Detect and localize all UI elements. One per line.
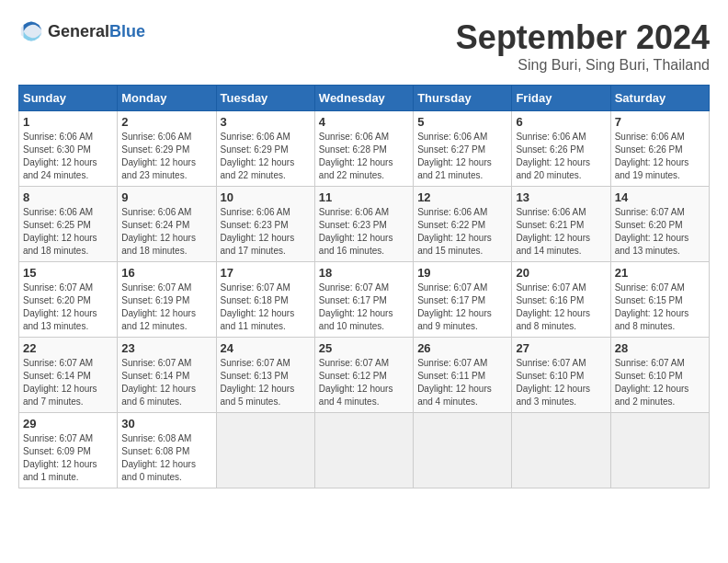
day-info: Sunrise: 6:07 AMSunset: 6:17 PMDaylight:…	[417, 282, 507, 333]
day-info: Sunrise: 6:07 AMSunset: 6:18 PMDaylight:…	[221, 282, 311, 333]
day-info: Sunrise: 6:06 AMSunset: 6:23 PMDaylight:…	[221, 206, 311, 258]
day-info: Sunrise: 6:07 AMSunset: 6:12 PMDaylight:…	[319, 357, 409, 408]
day-number: 27	[516, 341, 606, 355]
table-row	[610, 413, 709, 488]
table-row: 19Sunrise: 6:07 AMSunset: 6:17 PMDayligh…	[414, 262, 512, 338]
month-title: September 2024	[456, 18, 710, 57]
day-number: 10	[221, 190, 311, 204]
table-row: 6Sunrise: 6:06 AMSunset: 6:26 PMDaylight…	[512, 111, 610, 187]
header-thursday: Thursday	[414, 86, 512, 111]
day-info: Sunrise: 6:07 AMSunset: 6:09 PMDaylight:…	[23, 432, 113, 484]
table-row: 8Sunrise: 6:06 AMSunset: 6:25 PMDaylight…	[19, 187, 118, 262]
day-number: 9	[121, 190, 211, 204]
logo-text: GeneralBlue	[48, 22, 145, 41]
day-info: Sunrise: 6:07 AMSunset: 6:19 PMDaylight:…	[121, 282, 211, 333]
day-info: Sunrise: 6:07 AMSunset: 6:14 PMDaylight:…	[121, 357, 211, 408]
title-area: September 2024 Sing Buri, Sing Buri, Tha…	[456, 18, 710, 74]
table-row: 23Sunrise: 6:07 AMSunset: 6:14 PMDayligh…	[118, 338, 216, 413]
day-info: Sunrise: 6:06 AMSunset: 6:25 PMDaylight:…	[23, 206, 113, 258]
table-row	[314, 413, 413, 488]
day-info: Sunrise: 6:06 AMSunset: 6:29 PMDaylight:…	[121, 131, 211, 182]
table-row: 1Sunrise: 6:06 AMSunset: 6:30 PMDaylight…	[19, 111, 118, 187]
calendar-row: 29Sunrise: 6:07 AMSunset: 6:09 PMDayligh…	[19, 413, 710, 488]
table-row: 3Sunrise: 6:06 AMSunset: 6:29 PMDaylight…	[216, 111, 314, 187]
day-number: 7	[615, 115, 705, 129]
table-row: 25Sunrise: 6:07 AMSunset: 6:12 PMDayligh…	[314, 338, 413, 413]
day-number: 16	[121, 266, 211, 280]
header-monday: Monday	[118, 86, 216, 111]
logo-icon	[18, 18, 44, 44]
day-info: Sunrise: 6:06 AMSunset: 6:21 PMDaylight:…	[516, 206, 606, 258]
day-number: 18	[319, 266, 409, 280]
table-row	[414, 413, 512, 488]
day-number: 22	[23, 341, 113, 355]
header-tuesday: Tuesday	[216, 86, 314, 111]
calendar-table: Sunday Monday Tuesday Wednesday Thursday…	[18, 85, 710, 488]
header-wednesday: Wednesday	[314, 86, 413, 111]
table-row	[512, 413, 610, 488]
table-row: 11Sunrise: 6:06 AMSunset: 6:23 PMDayligh…	[314, 187, 413, 262]
day-number: 26	[417, 341, 507, 355]
day-number: 17	[221, 266, 311, 280]
day-number: 21	[615, 266, 705, 280]
logo: GeneralBlue	[18, 18, 145, 44]
day-info: Sunrise: 6:06 AMSunset: 6:28 PMDaylight:…	[319, 131, 409, 182]
table-row: 10Sunrise: 6:06 AMSunset: 6:23 PMDayligh…	[216, 187, 314, 262]
day-number: 3	[221, 115, 311, 129]
day-number: 14	[615, 190, 705, 204]
table-row: 20Sunrise: 6:07 AMSunset: 6:16 PMDayligh…	[512, 262, 610, 338]
location-title: Sing Buri, Sing Buri, Thailand	[456, 57, 710, 74]
day-info: Sunrise: 6:07 AMSunset: 6:13 PMDaylight:…	[221, 357, 311, 408]
logo-blue: Blue	[109, 22, 145, 40]
table-row: 12Sunrise: 6:06 AMSunset: 6:22 PMDayligh…	[414, 187, 512, 262]
table-row: 15Sunrise: 6:07 AMSunset: 6:20 PMDayligh…	[19, 262, 118, 338]
day-number: 6	[516, 115, 606, 129]
day-number: 2	[121, 115, 211, 129]
day-info: Sunrise: 6:07 AMSunset: 6:17 PMDaylight:…	[319, 282, 409, 333]
day-info: Sunrise: 6:07 AMSunset: 6:11 PMDaylight:…	[417, 357, 507, 408]
day-number: 12	[417, 190, 507, 204]
table-row: 21Sunrise: 6:07 AMSunset: 6:15 PMDayligh…	[610, 262, 709, 338]
day-number: 8	[23, 190, 113, 204]
day-number: 4	[319, 115, 409, 129]
day-info: Sunrise: 6:06 AMSunset: 6:27 PMDaylight:…	[417, 131, 507, 182]
table-row: 17Sunrise: 6:07 AMSunset: 6:18 PMDayligh…	[216, 262, 314, 338]
day-info: Sunrise: 6:07 AMSunset: 6:20 PMDaylight:…	[23, 282, 113, 333]
calendar-row: 15Sunrise: 6:07 AMSunset: 6:20 PMDayligh…	[19, 262, 710, 338]
day-number: 24	[221, 341, 311, 355]
day-number: 23	[121, 341, 211, 355]
day-info: Sunrise: 6:06 AMSunset: 6:29 PMDaylight:…	[221, 131, 311, 182]
day-info: Sunrise: 6:06 AMSunset: 6:30 PMDaylight:…	[23, 131, 113, 182]
table-row	[216, 413, 314, 488]
calendar-row: 22Sunrise: 6:07 AMSunset: 6:14 PMDayligh…	[19, 338, 710, 413]
day-info: Sunrise: 6:06 AMSunset: 6:24 PMDaylight:…	[121, 206, 211, 258]
day-info: Sunrise: 6:06 AMSunset: 6:23 PMDaylight:…	[319, 206, 409, 258]
day-info: Sunrise: 6:08 AMSunset: 6:08 PMDaylight:…	[121, 432, 211, 484]
table-row: 24Sunrise: 6:07 AMSunset: 6:13 PMDayligh…	[216, 338, 314, 413]
day-number: 20	[516, 266, 606, 280]
header-sunday: Sunday	[19, 86, 118, 111]
table-row: 2Sunrise: 6:06 AMSunset: 6:29 PMDaylight…	[118, 111, 216, 187]
table-row: 4Sunrise: 6:06 AMSunset: 6:28 PMDaylight…	[314, 111, 413, 187]
day-info: Sunrise: 6:06 AMSunset: 6:22 PMDaylight:…	[417, 206, 507, 258]
table-row: 27Sunrise: 6:07 AMSunset: 6:10 PMDayligh…	[512, 338, 610, 413]
table-row: 13Sunrise: 6:06 AMSunset: 6:21 PMDayligh…	[512, 187, 610, 262]
logo-general: General	[48, 22, 109, 40]
table-row: 30Sunrise: 6:08 AMSunset: 6:08 PMDayligh…	[118, 413, 216, 488]
header-friday: Friday	[512, 86, 610, 111]
page-header: GeneralBlue September 2024 Sing Buri, Si…	[18, 18, 710, 74]
day-number: 15	[23, 266, 113, 280]
day-info: Sunrise: 6:06 AMSunset: 6:26 PMDaylight:…	[615, 131, 705, 182]
day-info: Sunrise: 6:07 AMSunset: 6:20 PMDaylight:…	[615, 206, 705, 258]
day-number: 29	[23, 417, 113, 431]
day-info: Sunrise: 6:07 AMSunset: 6:10 PMDaylight:…	[615, 357, 705, 408]
header-saturday: Saturday	[610, 86, 709, 111]
day-number: 25	[319, 341, 409, 355]
day-number: 19	[417, 266, 507, 280]
table-row: 5Sunrise: 6:06 AMSunset: 6:27 PMDaylight…	[414, 111, 512, 187]
header-row: Sunday Monday Tuesday Wednesday Thursday…	[19, 86, 710, 111]
day-number: 1	[23, 115, 113, 129]
table-row: 9Sunrise: 6:06 AMSunset: 6:24 PMDaylight…	[118, 187, 216, 262]
calendar-row: 1Sunrise: 6:06 AMSunset: 6:30 PMDaylight…	[19, 111, 710, 187]
day-number: 30	[121, 417, 211, 431]
